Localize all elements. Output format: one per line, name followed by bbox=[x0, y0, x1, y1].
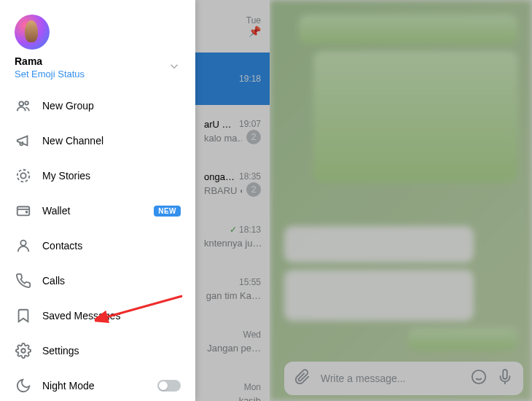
svg-point-11 bbox=[21, 349, 26, 353]
menu-contacts[interactable]: Contacts bbox=[0, 228, 195, 263]
svg-point-6 bbox=[17, 170, 30, 182]
svg-point-4 bbox=[19, 101, 23, 106]
menu-saved-messages[interactable]: Saved Messages bbox=[0, 298, 195, 333]
chevron-down-icon[interactable] bbox=[168, 60, 181, 76]
moon-icon bbox=[15, 377, 32, 394]
main-menu-drawer: Rama Set Emoji Status New Group New Chan… bbox=[0, 0, 195, 401]
svg-point-5 bbox=[25, 101, 28, 105]
menu-settings[interactable]: Settings bbox=[0, 333, 195, 368]
svg-point-7 bbox=[20, 173, 26, 178]
menu-my-stories[interactable]: My Stories bbox=[0, 158, 195, 193]
username: Rama bbox=[15, 55, 85, 67]
contact-icon bbox=[15, 237, 32, 254]
new-badge: NEW bbox=[154, 206, 181, 217]
menu-night-mode[interactable]: Night Mode bbox=[0, 368, 195, 401]
menu-new-group[interactable]: New Group bbox=[0, 88, 195, 123]
menu-list: New Group New Channel My Stories Wallet … bbox=[0, 88, 195, 401]
group-icon bbox=[15, 97, 32, 114]
avatar[interactable] bbox=[15, 15, 50, 50]
menu-calls[interactable]: Calls bbox=[0, 263, 195, 298]
bookmark-icon bbox=[15, 307, 32, 324]
svg-point-9 bbox=[26, 211, 28, 213]
wallet-icon bbox=[15, 202, 32, 219]
set-emoji-status-link[interactable]: Set Emoji Status bbox=[15, 69, 85, 79]
menu-new-channel[interactable]: New Channel bbox=[0, 123, 195, 158]
megaphone-icon bbox=[15, 132, 32, 149]
phone-icon bbox=[15, 272, 32, 289]
profile-section: Rama Set Emoji Status bbox=[0, 0, 195, 88]
night-mode-toggle[interactable] bbox=[157, 380, 181, 392]
svg-point-10 bbox=[20, 241, 26, 246]
gear-icon bbox=[15, 342, 32, 359]
stories-icon bbox=[15, 167, 32, 184]
menu-wallet[interactable]: Wallet NEW bbox=[0, 193, 195, 228]
